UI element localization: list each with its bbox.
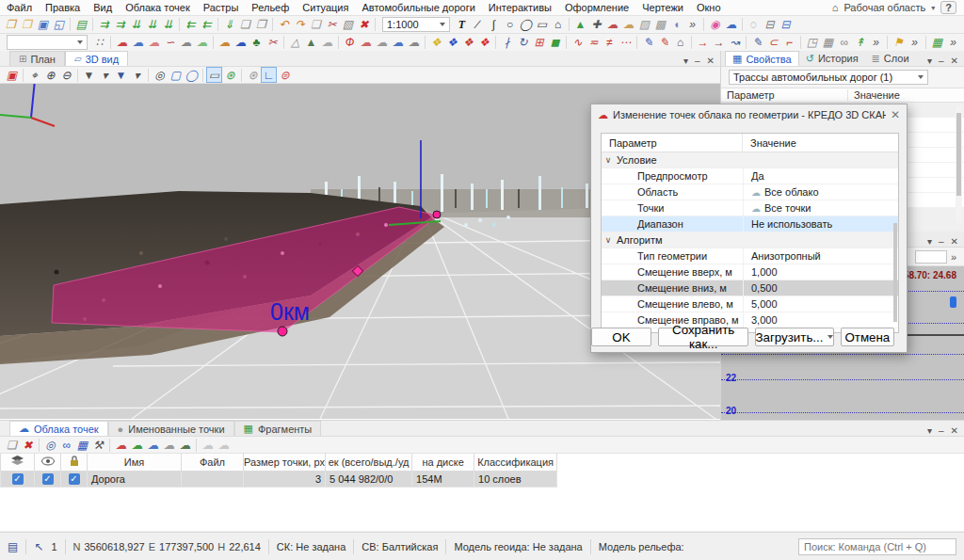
text-tool-icon[interactable]: T xyxy=(454,17,470,33)
expander-icon[interactable]: ∨ xyxy=(602,155,615,165)
spline-tool-icon[interactable]: ∫ xyxy=(486,17,502,33)
view-screen-icon[interactable]: ▭ xyxy=(206,67,222,83)
orbit-gray-icon[interactable]: ⊛ xyxy=(245,67,261,83)
cloud-solid2-icon[interactable]: ☁ xyxy=(161,437,177,453)
cloud-white-icon[interactable]: ☁ xyxy=(374,35,390,51)
cloud-copy-icon[interactable]: ☁ xyxy=(130,35,146,51)
minimize-icon[interactable]: – xyxy=(939,236,944,247)
classify-icon[interactable]: Ф xyxy=(342,35,358,51)
menu-item[interactable]: Окно xyxy=(690,1,728,14)
bottom-tab[interactable]: ●Именованные точки xyxy=(108,421,234,436)
dialog-row[interactable]: Предпросмотр Да xyxy=(602,168,898,184)
cloud-point-icon[interactable]: ☁ xyxy=(390,35,406,51)
pencil-red-icon[interactable]: ✎ xyxy=(656,35,672,51)
panel-menu-icon[interactable]: ▾ xyxy=(927,425,932,436)
dialog-row[interactable]: Смещение влево, м 5,000 xyxy=(602,296,898,312)
menu-item[interactable]: Растры xyxy=(197,1,246,14)
cloud-download-icon[interactable]: ☁ xyxy=(604,17,620,33)
window-layout-icon[interactable]: ⊟ xyxy=(762,17,778,33)
save-icon[interactable]: ▣ xyxy=(35,17,51,33)
menu-item[interactable]: Чертежи xyxy=(635,1,690,14)
cloud-disabled2-icon[interactable]: ☁ xyxy=(216,437,232,453)
minimize-icon[interactable]: – xyxy=(939,425,944,436)
trajectory-icon[interactable]: ∤ xyxy=(499,35,515,51)
cloud-classify2-icon[interactable]: ☁ xyxy=(358,35,374,51)
dialog-row[interactable]: Диапазон Не использовать xyxy=(602,216,898,232)
overflow3-icon[interactable]: » xyxy=(907,35,923,51)
tree-icon[interactable]: ↟ xyxy=(852,35,868,51)
cloud-download2-icon[interactable]: ☁ xyxy=(145,437,161,453)
class-colors2-icon[interactable]: ❖ xyxy=(444,35,460,51)
orbit-icon[interactable]: ⊛ xyxy=(222,67,238,83)
zoom-out-icon[interactable]: ⊖ xyxy=(58,67,74,83)
visibility-column-icon[interactable] xyxy=(35,454,61,471)
param-value[interactable]: Да xyxy=(743,168,898,184)
open-project-icon[interactable]: ❐ xyxy=(3,17,19,33)
minimize-icon[interactable]: – xyxy=(695,56,700,66)
param-value[interactable] xyxy=(743,152,898,168)
close-icon[interactable]: ✕ xyxy=(951,236,958,247)
cloud-vegetation-icon[interactable]: ♣ xyxy=(249,35,265,51)
cloud-ground-icon[interactable]: △ xyxy=(287,35,303,51)
panel-menu-icon[interactable]: ▾ xyxy=(927,56,932,66)
cloud-cut-icon[interactable]: ✂ xyxy=(265,35,281,51)
panel-menu-icon[interactable]: ▾ xyxy=(683,56,688,66)
menu-item[interactable]: Файл xyxy=(0,1,39,14)
class-colors1-icon[interactable]: ❖ xyxy=(428,35,444,51)
layer-checkbox[interactable]: ✓ xyxy=(12,473,24,485)
menu-item[interactable]: Правка xyxy=(39,1,87,14)
dialog-titlebar[interactable]: ☁ Изменение точек облака по геометрии - … xyxy=(591,104,907,125)
workspace-icon[interactable]: ⌂ xyxy=(832,2,839,13)
dialog-row[interactable]: Область ☁Все облако xyxy=(602,184,898,200)
table-view-icon[interactable]: ▦ xyxy=(74,437,90,453)
param-value[interactable]: 1,000 xyxy=(743,264,898,280)
cloud-export2-icon[interactable]: ☁ xyxy=(129,437,145,453)
arc-icon[interactable]: ↻ xyxy=(515,35,531,51)
dialog-row[interactable]: ∨ Алгоритм xyxy=(602,232,898,248)
arrow-curve-icon[interactable]: ↝ xyxy=(727,35,743,51)
param-value[interactable]: ☁Все точки xyxy=(743,200,898,216)
dialog-row[interactable]: Смещение вправо, м 3,000 xyxy=(602,312,898,328)
export-xml-icon[interactable]: ⇇ xyxy=(183,17,199,33)
workspace-label[interactable]: Рабочая область xyxy=(844,2,925,13)
overflow-icon[interactable]: » xyxy=(951,251,960,263)
add-point-icon[interactable]: ✚ xyxy=(588,17,604,33)
overflow-icon[interactable]: » xyxy=(684,17,700,33)
zoom-in-icon[interactable]: ⊕ xyxy=(42,67,58,83)
select-rect-icon[interactable]: ▢ xyxy=(168,67,184,83)
export-dxf-icon[interactable]: ⇇ xyxy=(199,17,215,33)
column-file[interactable]: Файл xyxy=(182,454,244,471)
rectangle-tool-icon[interactable]: ▭ xyxy=(534,17,550,33)
point-density-icon[interactable]: ∷ xyxy=(91,35,107,51)
import-xml-icon[interactable]: ⇊ xyxy=(160,17,176,33)
import-exchange-icon[interactable]: ⇉ xyxy=(112,17,128,33)
filter-caret-icon[interactable]: ▾ xyxy=(97,67,113,83)
cloud-row[interactable]: ✓ ✓ ✓ Дорога 3 5 044 982/0/0 154M 10 сло… xyxy=(1,471,557,487)
resize-icon[interactable]: ◳ xyxy=(804,35,820,51)
copy-doc-icon[interactable]: ❏ xyxy=(237,17,253,33)
class-colors3-icon[interactable]: ❖ xyxy=(460,35,476,51)
open-icon[interactable]: ❐ xyxy=(19,17,35,33)
properties-tab[interactable]: ▦Свойства xyxy=(725,51,799,66)
select-lasso-icon[interactable]: ◯ xyxy=(184,67,200,83)
link-icon[interactable]: ∞ xyxy=(836,35,852,51)
surface-icon[interactable]: ▲ xyxy=(572,17,588,33)
properties-tab[interactable]: ↺История xyxy=(799,51,865,66)
param-value[interactable]: 0,500 xyxy=(743,280,898,296)
param-value[interactable]: ☁Все облако xyxy=(743,184,898,200)
scale-select[interactable]: 1:1000 xyxy=(382,17,450,32)
tools-icon[interactable]: ⚒ xyxy=(90,437,106,453)
relief-icon[interactable]: ▲ xyxy=(303,35,319,51)
column-classification[interactable]: Классификация xyxy=(474,454,557,471)
road-icon[interactable]: ▦ xyxy=(929,35,945,51)
param-value[interactable]: 3,000 xyxy=(743,312,898,328)
close-icon[interactable]: ✕ xyxy=(951,425,958,436)
cloud-relief-icon[interactable]: ☁ xyxy=(177,437,193,453)
project-structure-icon[interactable]: ▤ xyxy=(73,17,89,33)
line-tool-icon[interactable]: ∕ xyxy=(470,17,486,33)
polygon-tool-icon[interactable]: ⌂ xyxy=(550,17,566,33)
point-filter-icon[interactable]: ◉ xyxy=(707,17,723,33)
column-points-count[interactable]: ек (всего/выд./уд xyxy=(326,454,412,471)
cloud-outline-icon[interactable]: ☁ xyxy=(146,35,162,51)
find-cloud-icon[interactable]: ∞ xyxy=(58,437,74,453)
